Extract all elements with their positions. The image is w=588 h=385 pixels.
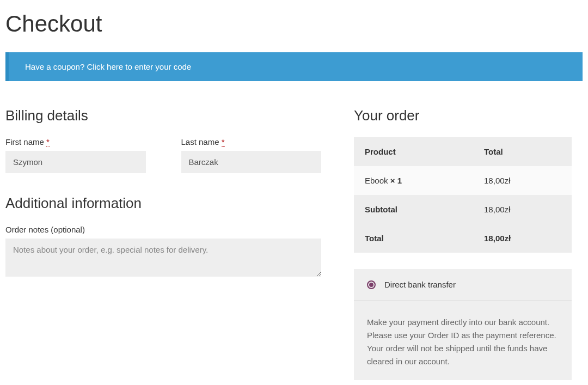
line-item-name-cell: Ebook × 1 bbox=[354, 166, 473, 195]
order-total-row: Total 18,00zł bbox=[354, 224, 572, 253]
order-notes-label: Order notes (optional) bbox=[5, 225, 321, 234]
payment-methods-box: Direct bank transfer Make your payment d… bbox=[354, 269, 572, 380]
header-total: Total bbox=[473, 137, 572, 166]
required-star: * bbox=[46, 137, 50, 147]
first-name-field-wrapper: First name * bbox=[5, 137, 146, 173]
billing-heading: Billing details bbox=[5, 107, 321, 124]
order-line-item: Ebook × 1 18,00zł bbox=[354, 166, 572, 195]
line-item-qty: × 1 bbox=[390, 176, 402, 185]
order-subtotal-row: Subtotal 18,00zł bbox=[354, 195, 572, 224]
first-name-label: First name * bbox=[5, 137, 146, 146]
last-name-input[interactable] bbox=[181, 151, 322, 173]
last-name-label-text: Last name bbox=[181, 137, 219, 146]
last-name-field-wrapper: Last name * bbox=[181, 137, 322, 173]
total-label: Total bbox=[354, 224, 473, 253]
order-notes-textarea[interactable] bbox=[5, 239, 321, 277]
first-name-input[interactable] bbox=[5, 151, 146, 173]
total-value: 18,00zł bbox=[473, 224, 572, 253]
header-product: Product bbox=[354, 137, 473, 166]
first-name-label-text: First name bbox=[5, 137, 44, 146]
order-summary-table: Product Total Ebook × 1 18,00zł Subtotal… bbox=[354, 137, 572, 253]
payment-method-label[interactable]: Direct bank transfer bbox=[384, 280, 456, 289]
payment-method-description: Make your payment directly into our bank… bbox=[354, 301, 572, 380]
subtotal-label: Subtotal bbox=[354, 195, 473, 224]
page-title: Checkout bbox=[5, 11, 583, 37]
coupon-banner[interactable]: Have a coupon? Click here to enter your … bbox=[5, 52, 583, 81]
required-star: * bbox=[222, 137, 225, 147]
subtotal-value: 18,00zł bbox=[473, 195, 572, 224]
coupon-prompt-text: Have a coupon? bbox=[25, 62, 87, 71]
line-item-total: 18,00zł bbox=[473, 166, 572, 195]
payment-radio-bank-transfer[interactable] bbox=[367, 280, 376, 289]
additional-info-heading: Additional information bbox=[5, 195, 321, 212]
coupon-toggle-link[interactable]: Click here to enter your code bbox=[87, 62, 191, 71]
payment-method-bank-transfer[interactable]: Direct bank transfer bbox=[354, 269, 572, 301]
line-item-name: Ebook bbox=[365, 176, 390, 185]
order-table-header-row: Product Total bbox=[354, 137, 572, 166]
last-name-label: Last name * bbox=[181, 137, 322, 146]
your-order-heading: Your order bbox=[354, 107, 572, 124]
